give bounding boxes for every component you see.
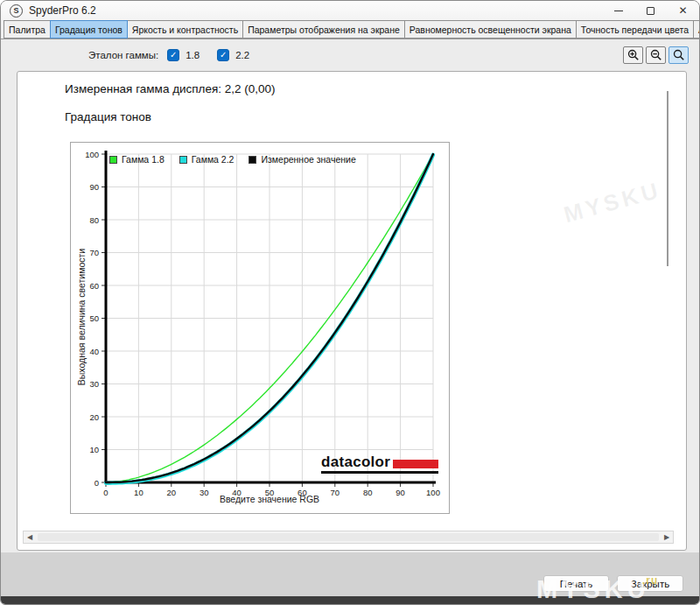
svg-text:0: 0 [94,478,99,488]
close-icon: ✕ [678,5,687,16]
legend-label: Гамма 1.8 [122,154,164,165]
title-bar: S SpyderPro 6.2 ✕ [1,1,699,20]
zoom-out-icon [650,49,662,61]
svg-text:90: 90 [89,182,99,192]
maximize-button[interactable] [634,1,667,20]
toolbar: Эталон гаммы: ✓ 1.8 ✓ 2.2 [1,39,699,71]
close-button[interactable]: ✕ [667,1,699,20]
main-area: Эталон гаммы: ✓ 1.8 ✓ 2.2 [1,39,699,552]
gamma-1-8-checkbox[interactable]: ✓ [167,49,179,61]
content-panel: Измеренная гамма дисплея: 2,2 (0,00) Гра… [17,71,687,551]
horizontal-scrollbar[interactable]: ◀ ▶ [23,531,674,544]
legend-swatch [248,156,256,164]
window-controls: ✕ [602,1,699,20]
maximize-icon [647,7,654,15]
legend-item: Измеренное значение [248,154,355,165]
legend-swatch [109,156,117,164]
datacolor-logo-red-bar [393,460,438,468]
gamma-2-2-label: 2.2 [235,50,249,60]
legend-item: Гамма 1.8 [109,154,164,165]
tab-item[interactable]: Яркость и контрастность [127,20,243,39]
watermark: MYSKU [536,575,650,604]
scroll-right-icon[interactable]: ▶ [661,534,673,541]
svg-text:50: 50 [89,313,99,323]
scroll-left-icon[interactable]: ◀ [24,534,36,541]
y-axis-title: Выходная величина светимости [76,247,87,387]
chart-legend: Гамма 1.8Гамма 2.2Измеренное значение [109,154,356,165]
horizontal-scrollbar-thumb[interactable] [38,533,659,541]
gamma-2-2-checkbox-group[interactable]: ✓ 2.2 [217,49,249,61]
x-axis-title: Введите значение RGB [106,494,433,504]
zoom-in-button[interactable] [623,46,643,64]
svg-text:20: 20 [89,412,99,422]
tab-item[interactable]: Анализ монитора [693,20,700,39]
legend-label: Измеренное значение [261,154,355,165]
tab-item[interactable]: Точность передачи цвета [576,20,694,39]
gamma-1-8-label: 1.8 [186,50,200,60]
measured-gamma-text: Измеренная гамма дисплея: 2,2 (0,00) [65,82,276,95]
gamma-2-2-checkbox[interactable]: ✓ [217,49,229,61]
svg-text:100: 100 [85,150,99,159]
datacolor-logo-text: datacolor [321,454,390,469]
tab-item[interactable]: Палитра [4,20,51,39]
datacolor-logo: datacolor [321,454,438,474]
watermark-suffix: .ru [642,574,658,587]
app-window: S SpyderPro 6.2 ✕ ПалитраГрадация тоновЯ… [0,0,700,605]
svg-text:40: 40 [89,347,99,356]
checkmark-icon: ✓ [170,51,177,60]
tab-bar: ПалитраГрадация тоновЯркость и контрастн… [1,20,699,39]
vertical-scrollbar-thumb[interactable] [667,91,668,266]
svg-text:70: 70 [89,248,99,257]
zoom-out-button[interactable] [646,46,666,64]
svg-text:10: 10 [89,445,99,454]
minimize-icon [614,11,623,11]
svg-text:80: 80 [89,215,99,225]
gamma-1-8-checkbox-group[interactable]: ✓ 1.8 [167,49,200,61]
zoom-fit-icon [673,49,685,61]
tone-response-chart: 0102030405060708090100010203040506070809… [70,142,450,514]
zoom-controls [623,46,689,64]
legend-label: Гамма 2.2 [192,154,234,165]
tab-item[interactable]: Градация тонов [50,20,128,39]
tab-item[interactable]: Равномерность освещенности экрана [404,20,577,39]
legend-item: Гамма 2.2 [179,154,234,165]
legend-swatch [179,156,187,164]
reference-gamma-label: Эталон гаммы: [88,50,158,60]
zoom-in-icon [627,49,640,61]
svg-text:60: 60 [89,281,99,291]
section-title: Градация тонов [65,110,151,123]
spyderpro-logo-icon: S [10,4,23,18]
tab-item[interactable]: Параметры отображения на экране [242,20,405,39]
minimize-button[interactable] [602,1,634,20]
svg-text:30: 30 [89,379,99,389]
checkmark-icon: ✓ [220,51,227,60]
zoom-fit-button[interactable] [668,46,689,64]
window-title: SpyderPro 6.2 [29,4,96,17]
